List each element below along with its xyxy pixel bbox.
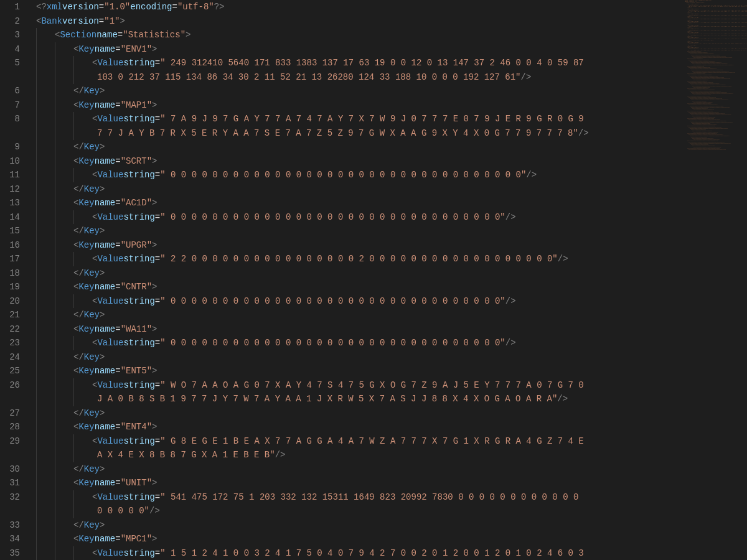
code-line[interactable]: <Section name="Statistics"> [31, 28, 747, 42]
code-line[interactable]: </Key> [31, 406, 747, 421]
code-line[interactable]: </Key> [31, 182, 747, 197]
line-number: 35 [0, 546, 20, 561]
code-line[interactable]: 103 0 212 37 115 134 86 34 30 2 11 52 21… [31, 70, 747, 85]
line-number: 24 [0, 350, 20, 365]
code-line[interactable]: </Key> [31, 518, 747, 533]
code-line[interactable]: <Value string=" G 8 E G E 1 B E A X 7 7 … [31, 434, 747, 449]
code-line[interactable]: <Value string=" 249 312410 5640 171 833 … [31, 56, 747, 70]
code-line[interactable]: A X 4 E X 8 B 8 7 G X A 1 E B E B"/> [31, 448, 747, 462]
line-number: 33 [0, 518, 20, 533]
code-line[interactable]: <Key name="MAP1"> [31, 98, 747, 113]
code-line[interactable]: <Value string=" 1 5 1 2 4 1 0 0 3 2 4 1 … [31, 546, 747, 561]
line-number: 15 [0, 224, 20, 238]
line-number: 3 [0, 28, 20, 42]
line-number: 34 [0, 532, 20, 546]
code-line[interactable]: <Key name="ENT5"> [31, 364, 747, 378]
code-line[interactable]: <Bank version="1"> [31, 14, 747, 29]
code-line[interactable]: <Key name="SCRT"> [31, 154, 747, 169]
code-line[interactable]: </Key> [31, 308, 747, 322]
line-number: 11 [0, 168, 20, 182]
line-number: 25 [0, 364, 20, 378]
code-line[interactable]: <Key name="AC1D"> [31, 196, 747, 210]
line-number: 30 [0, 462, 20, 477]
line-number: 6 [0, 84, 20, 98]
line-number: 4 [0, 42, 20, 57]
line-number: 21 [0, 308, 20, 322]
code-line[interactable]: <Key name="ENV1"> [31, 42, 747, 57]
editor[interactable]: 12345.678.910111213141516171819202122232… [0, 0, 747, 560]
code-line[interactable]: <Key name="MPC1"> [31, 532, 747, 546]
code-line[interactable]: </Key> [31, 462, 747, 477]
line-number: 27 [0, 406, 20, 421]
line-number: 19 [0, 280, 20, 294]
line-number: 18 [0, 266, 20, 281]
code-line[interactable]: <Value string=" 0 0 0 0 0 0 0 0 0 0 0 0 … [31, 336, 747, 350]
code-line[interactable]: </Key> [31, 140, 747, 154]
line-number: 8 [0, 112, 20, 126]
line-number: 2 [0, 14, 20, 29]
line-number: 26 [0, 378, 20, 393]
line-number: 29 [0, 434, 20, 449]
line-number: 7 [0, 98, 20, 113]
code-line[interactable]: <?xml version="1.0" encoding="utf-8"?> [31, 0, 747, 14]
line-number: 22 [0, 322, 20, 337]
line-number: 28 [0, 420, 20, 434]
code-line[interactable]: <Value string=" 7 A 9 J 9 7 G A Y 7 7 A … [31, 112, 747, 126]
line-number: 14 [0, 210, 20, 225]
line-number: 16 [0, 238, 20, 253]
line-number: 32 [0, 490, 20, 505]
code-line[interactable]: <Key name="UNIT"> [31, 476, 747, 490]
line-number: 10 [0, 154, 20, 169]
code-line[interactable]: 7 7 J A Y B 7 R X 5 E R Y A A 7 S E 7 A … [31, 126, 747, 141]
code-line[interactable]: <Key name="UPGR"> [31, 238, 747, 253]
code-line[interactable]: </Key> [31, 350, 747, 365]
line-number: 13 [0, 196, 20, 210]
line-number: 12 [0, 182, 20, 197]
code-line[interactable]: <Value string=" 2 2 0 0 0 0 0 0 0 0 0 0 … [31, 252, 747, 266]
code-line[interactable]: 0 0 0 0 0"/> [31, 504, 747, 518]
code-area[interactable]: <?xml version="1.0" encoding="utf-8"?><B… [31, 0, 747, 560]
line-number: 23 [0, 336, 20, 350]
code-line[interactable]: <Value string=" 0 0 0 0 0 0 0 0 0 0 0 0 … [31, 294, 747, 309]
code-line[interactable]: <Key name="WA11"> [31, 322, 747, 337]
line-number: 1 [0, 0, 20, 14]
line-number: 5 [0, 56, 20, 70]
code-line[interactable]: <Key name="ENT4"> [31, 420, 747, 434]
code-line[interactable]: </Key> [31, 84, 747, 98]
code-line[interactable]: J A 0 B 8 S B 1 9 7 7 J Y 7 W 7 A Y A A … [31, 392, 747, 406]
code-line[interactable]: <Value string=" W O 7 A A O A G 0 7 X A … [31, 378, 747, 393]
line-number: 17 [0, 252, 20, 266]
code-line[interactable]: </Key> [31, 224, 747, 238]
code-line[interactable]: </Key> [31, 266, 747, 281]
line-number: 9 [0, 140, 20, 154]
code-line[interactable]: <Value string=" 0 0 0 0 0 0 0 0 0 0 0 0 … [31, 168, 747, 182]
code-line[interactable]: <Value string=" 0 0 0 0 0 0 0 0 0 0 0 0 … [31, 210, 747, 225]
code-line[interactable]: <Key name="CNTR"> [31, 280, 747, 294]
line-number: 31 [0, 476, 20, 490]
line-number: 20 [0, 294, 20, 309]
code-line[interactable]: <Value string=" 541 475 172 75 1 203 332… [31, 490, 747, 505]
line-number-gutter: 12345.678.910111213141516171819202122232… [0, 0, 31, 560]
minimap[interactable]: <?xml version="1.0" encoding="utf-8"?><B… [685, 0, 747, 560]
